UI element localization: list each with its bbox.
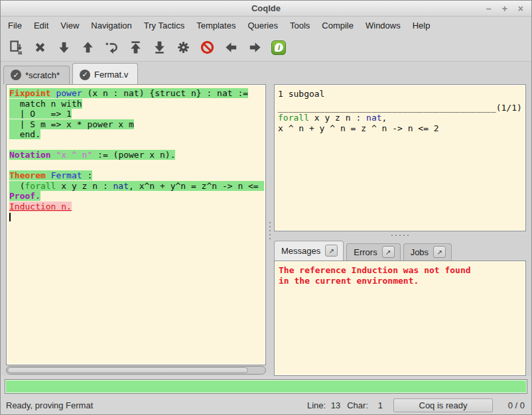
interrupt-icon <box>200 40 215 55</box>
text-cursor <box>9 213 11 221</box>
line-value: 13 <box>328 400 340 410</box>
editor-panel: Fixpoint power (x n : nat) {struct n} : … <box>6 84 266 375</box>
previous-arrow-button[interactable] <box>221 38 241 58</box>
main-area: Fixpoint power (x n : nat) {struct n} : … <box>1 84 531 376</box>
goal-line: x ^ n + y ^ n = z ^ n -> n <= 2 <box>278 123 522 134</box>
step-forward-button[interactable] <box>54 38 74 58</box>
menu-edit[interactable]: Edit <box>28 18 54 33</box>
menu-queries[interactable]: Queries <box>241 18 284 33</box>
go-to-cursor-icon <box>104 40 119 55</box>
tab-fermat-v[interactable]: ✓Fermat.v <box>72 63 138 84</box>
job-counter: 0 / 0 <box>502 400 525 410</box>
titlebar[interactable]: CoqIde –+× <box>1 1 531 17</box>
line-label: Line: <box>307 400 326 410</box>
tab-check-icon: ✓ <box>80 70 90 80</box>
tab-label: Fermat.v <box>94 70 128 80</box>
tab-label: Messages <box>281 246 320 256</box>
code-line: Notation "x ^ n" := (power x n). <box>9 150 264 160</box>
popout-icon[interactable]: ↗ <box>382 246 395 258</box>
message-line: in the current environment. <box>279 276 521 286</box>
goal-line: forall x y z n : nat, <box>278 113 522 123</box>
step-backward-button[interactable] <box>78 38 98 58</box>
status-text: Ready, proving Fermat <box>6 400 93 410</box>
go-to-start-icon <box>128 40 143 55</box>
tab-errors[interactable]: Errors↗ <box>346 243 400 261</box>
go-to-end-icon <box>152 40 167 55</box>
code-line: end. <box>9 129 264 140</box>
statusbar: Ready, proving Fermat Line: 13 Char: 1 C… <box>1 397 531 414</box>
cursor-position: Line: 13 Char: 1 <box>307 400 387 410</box>
menu-view[interactable]: View <box>54 18 85 33</box>
menu-help[interactable]: Help <box>407 18 436 33</box>
code-line: Proof. <box>9 191 264 202</box>
window-controls: –+× <box>486 4 531 13</box>
messages-panel[interactable]: The reference Induction was not foundin … <box>274 261 526 376</box>
message-line: The reference Induction was not found <box>279 265 521 276</box>
menu-templates[interactable]: Templates <box>190 18 241 33</box>
splitter-handle-icon <box>269 222 271 239</box>
message-tabbar: Messages↗Errors↗Jobs↗ <box>274 239 526 261</box>
char-value: 1 <box>371 400 383 410</box>
code-line: Fixpoint power (x n : nat) {struct n} : … <box>9 88 264 99</box>
code-line: match n with <box>9 99 264 109</box>
toolbar: i <box>1 34 531 62</box>
maximize-button[interactable]: + <box>502 4 507 13</box>
window-title: CoqIde <box>1 3 531 13</box>
horizontal-splitter[interactable] <box>274 231 526 239</box>
make-gear-button[interactable] <box>173 38 193 58</box>
go-to-cursor-button[interactable] <box>101 38 121 58</box>
menu-compile[interactable]: Compile <box>316 18 360 33</box>
step-backward-icon <box>80 40 96 55</box>
goal-line: 1 subgoal <box>278 89 522 99</box>
vertical-splitter[interactable] <box>266 84 274 376</box>
popout-icon[interactable]: ↗ <box>433 246 446 258</box>
next-arrow-button[interactable] <box>245 38 265 58</box>
code-line: | O => 1 <box>9 109 264 119</box>
menu-try-tactics[interactable]: Try Tactics <box>138 18 190 33</box>
progress-bar <box>5 379 527 394</box>
save-button[interactable] <box>6 38 26 58</box>
close-button[interactable] <box>30 38 50 58</box>
code-line <box>9 160 264 171</box>
code-line: Theorem Fermat : <box>9 170 264 181</box>
scrollbar-thumb[interactable] <box>7 367 248 373</box>
previous-arrow-icon <box>224 40 239 55</box>
menubar: FileEditViewNavigationTry TacticsTemplat… <box>1 17 531 34</box>
about-info-button[interactable]: i <box>269 38 289 58</box>
char-label: Char: <box>347 400 368 410</box>
menu-file[interactable]: File <box>2 18 28 33</box>
menu-navigation[interactable]: Navigation <box>85 18 137 33</box>
menu-tools[interactable]: Tools <box>284 18 316 33</box>
close-icon <box>33 40 48 55</box>
go-to-end-button[interactable] <box>149 38 169 58</box>
step-forward-icon <box>56 40 72 55</box>
right-column: 1 subgoal_______________________________… <box>274 84 526 376</box>
code-line <box>9 140 264 150</box>
about-info-icon: i <box>271 40 286 55</box>
popout-icon[interactable]: ↗ <box>325 245 338 257</box>
interrupt-button[interactable] <box>197 38 217 58</box>
make-gear-icon <box>176 40 191 55</box>
document-tabbar: ✓*scratch*✓Fermat.v <box>1 62 531 84</box>
code-line: | S m => x * power x m <box>9 119 264 130</box>
save-icon <box>9 40 24 55</box>
editor-horizontal-scrollbar[interactable] <box>6 366 266 375</box>
coqide-window: CoqIde –+× FileEditViewNavigationTry Tac… <box>0 0 532 415</box>
tab-jobs[interactable]: Jobs↗ <box>403 243 452 261</box>
close-button[interactable]: × <box>518 4 523 13</box>
tab-check-icon: ✓ <box>11 70 21 80</box>
go-to-start-button[interactable] <box>125 38 145 58</box>
menu-windows[interactable]: Windows <box>360 18 407 33</box>
goal-panel[interactable]: 1 subgoal_______________________________… <box>274 84 526 231</box>
script-editor[interactable]: Fixpoint power (x n : nat) {struct n} : … <box>6 84 266 365</box>
coq-status-text: Coq is ready <box>419 400 468 410</box>
goal-line: ________________________________________… <box>278 103 522 113</box>
tab-messages[interactable]: Messages↗ <box>274 241 344 261</box>
code-line <box>9 211 264 222</box>
tab-label: Jobs <box>411 247 429 257</box>
minimize-button[interactable]: – <box>486 4 492 13</box>
tab--scratch-[interactable]: ✓*scratch* <box>3 66 70 84</box>
code-line: Induction n. <box>9 202 264 212</box>
tab-label: *scratch* <box>25 70 60 80</box>
coq-status-indicator: Coq is ready <box>393 398 493 412</box>
